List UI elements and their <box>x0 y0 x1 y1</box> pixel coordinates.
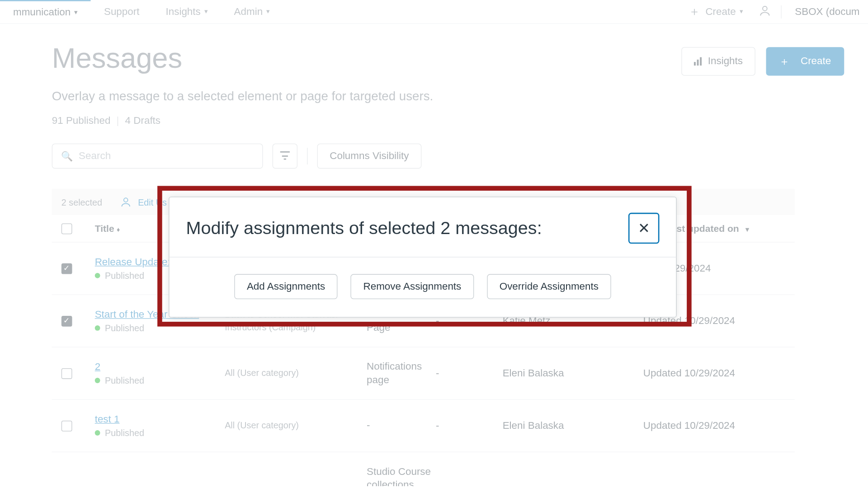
close-icon: ✕ <box>638 220 650 237</box>
add-assignments-button[interactable]: Add Assignments <box>234 274 338 299</box>
remove-assignments-button[interactable]: Remove Assignments <box>351 274 474 299</box>
close-button[interactable]: ✕ <box>628 213 660 244</box>
modal-title: Modify assignments of selected 2 message… <box>186 218 542 239</box>
override-assignments-button[interactable]: Override Assignments <box>487 274 611 299</box>
modify-assignments-modal: Modify assignments of selected 2 message… <box>169 197 677 318</box>
